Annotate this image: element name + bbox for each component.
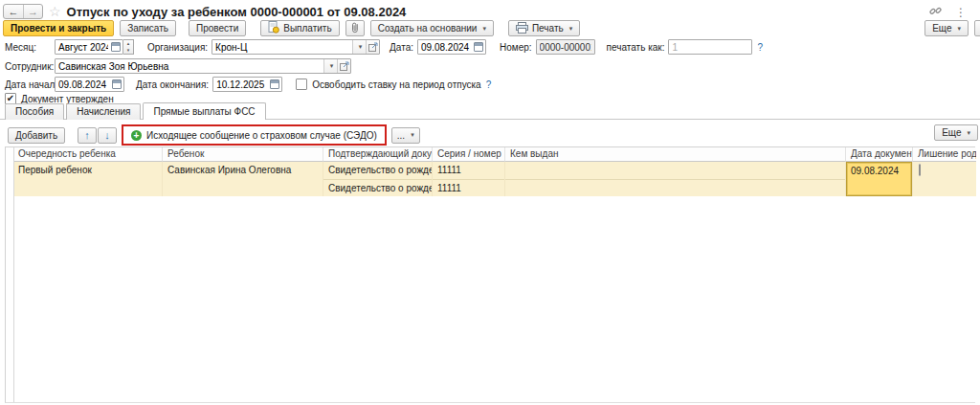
tab-nachisleniya[interactable]: Начисления — [66, 103, 141, 120]
post-button[interactable]: Провести — [189, 20, 246, 36]
sedo-ellipsis-button[interactable]: ... ▾ — [391, 127, 420, 144]
month-input[interactable] — [56, 42, 111, 53]
column-header-serial[interactable]: Серия / номер — [433, 147, 505, 162]
cell-doc-date[interactable]: 09.08.2024 — [846, 162, 913, 196]
month-field[interactable] — [55, 39, 123, 55]
command-bar: Провести и закрыть Записать Провести Вып… — [3, 20, 580, 36]
number-label: Номер: — [500, 42, 532, 53]
nav-history-group: ← → — [3, 4, 43, 19]
month-stepper[interactable]: ▴ ▾ — [123, 39, 134, 55]
form-row-employee: Сотрудник: ▾ — [5, 58, 351, 74]
cell-serial-2[interactable]: 11111 — [433, 179, 504, 197]
form-row-dates: Дата начала: Дата окончания: Освободить … — [5, 77, 491, 92]
form-more-button[interactable]: Еще ▾ — [924, 20, 969, 36]
date-field[interactable] — [417, 39, 486, 55]
end-date-input[interactable] — [213, 79, 270, 90]
open-link-icon[interactable] — [337, 59, 350, 73]
spinner-down-icon[interactable]: ▾ — [123, 47, 133, 54]
open-link-icon[interactable] — [366, 40, 379, 54]
cell-child[interactable]: Савинская Ирина Олеговна — [163, 162, 323, 196]
sedo-message-button[interactable]: + Исходящее сообщение о страховом случае… — [123, 126, 385, 144]
cell-issued-by-2[interactable] — [505, 179, 845, 197]
start-date-input[interactable] — [56, 79, 112, 90]
column-header-doc-date[interactable]: Дата документа — [846, 147, 913, 162]
cell-document-1[interactable]: Свидетельство о рождении — [323, 162, 432, 179]
titlebar: ← → ☆ Отпуск по уходу за ребенком 0000-0… — [3, 3, 406, 20]
date-input[interactable] — [418, 42, 474, 53]
pay-button[interactable]: Выплатить — [260, 20, 339, 36]
deprivation-checkbox[interactable] — [919, 164, 921, 176]
chevron-down-icon[interactable]: ▾ — [352, 40, 366, 54]
tab-strip: Пособия Начисления Прямые выплаты ФСС — [5, 102, 268, 120]
post-and-close-button[interactable]: Провести и закрыть — [3, 20, 114, 36]
print-as-help-link[interactable]: ? — [757, 42, 763, 53]
start-date-label: Дата начала: — [5, 79, 55, 90]
tab-pryamye-vyplaty-fss[interactable]: Прямые выплаты ФСС — [143, 102, 265, 120]
plus-icon: + — [131, 130, 142, 141]
spinner-up-icon[interactable]: ▴ — [123, 40, 133, 47]
cell-issued-by — [505, 162, 846, 196]
get-link-icon[interactable] — [929, 5, 942, 19]
number-field[interactable] — [536, 39, 595, 55]
employee-field[interactable]: ▾ — [55, 58, 351, 74]
printer-icon — [516, 22, 528, 35]
cell-serial-1[interactable]: 11111 — [433, 162, 504, 179]
print-as-input[interactable] — [669, 42, 751, 53]
calendar-icon[interactable] — [270, 79, 279, 89]
favorite-star-icon[interactable]: ☆ — [49, 4, 61, 19]
organization-label: Организация: — [147, 42, 208, 53]
forward-icon[interactable]: → — [23, 5, 42, 18]
chevron-down-icon[interactable]: ▾ — [323, 59, 337, 73]
window-more-icon[interactable]: ⋮ — [955, 6, 967, 19]
app-window: ← → ☆ Отпуск по уходу за ребенком 0000-0… — [0, 0, 980, 405]
chevron-down-icon: ▾ — [569, 25, 573, 33]
cell-deprivation[interactable] — [913, 162, 976, 196]
free-rate-label: Освободить ставку на период отпуска — [312, 79, 481, 90]
employee-label: Сотрудник: — [5, 61, 55, 72]
start-date-field[interactable] — [55, 77, 124, 92]
tab-posobiya[interactable]: Пособия — [5, 103, 64, 120]
page-title: Отпуск по уходу за ребенком 0000-000001 … — [67, 5, 407, 19]
column-header-document[interactable]: Подтверждающий документ — [323, 147, 433, 162]
employee-input[interactable] — [56, 61, 323, 72]
chevron-down-icon: ▾ — [957, 25, 961, 33]
cell-document-2[interactable]: Свидетельство о рождении — [323, 179, 432, 197]
help-button[interactable]: ? — [974, 20, 980, 36]
calendar-icon[interactable] — [474, 42, 483, 52]
organization-input[interactable] — [212, 42, 352, 53]
paperclip-icon — [349, 21, 360, 35]
cell-order[interactable]: Первый ребенок — [13, 162, 163, 196]
print-button[interactable]: Печать ▾ — [508, 20, 580, 36]
calendar-icon[interactable] — [111, 42, 121, 52]
table-more-button[interactable]: Еще ▾ — [934, 124, 978, 141]
cell-serial: 11111 11111 — [433, 162, 505, 196]
print-as-field[interactable] — [668, 39, 752, 55]
column-header-child[interactable]: Ребенок — [163, 147, 323, 162]
end-date-label: Дата окончания: — [136, 79, 209, 90]
children-table: Очередность ребенка Ребенок Подтверждающ… — [5, 146, 975, 403]
pay-icon — [268, 21, 279, 35]
highlight-rectangle: + Исходящее сообщение о страховом случае… — [122, 124, 387, 146]
move-up-button[interactable]: ↑ — [78, 127, 97, 144]
add-row-button[interactable]: Добавить — [8, 127, 65, 144]
arrow-up-icon: ↑ — [84, 129, 90, 141]
table-header: Очередность ребенка Ребенок Подтверждающ… — [13, 147, 975, 162]
attachments-button[interactable] — [345, 20, 365, 36]
column-header-order[interactable]: Очередность ребенка — [13, 147, 163, 162]
active-cell[interactable]: 09.08.2024 — [846, 162, 912, 196]
calendar-icon[interactable] — [112, 79, 122, 89]
number-input[interactable] — [537, 42, 594, 53]
cell-document: Свидетельство о рождении Свидетельство о… — [323, 162, 433, 196]
column-header-issued-by[interactable]: Кем выдан — [505, 147, 846, 162]
free-rate-help-link[interactable]: ? — [486, 79, 492, 90]
create-based-on-button[interactable]: Создать на основании ▾ — [370, 20, 494, 36]
column-header-deprivation[interactable]: Лишение род. прав — [913, 147, 976, 162]
save-button[interactable]: Записать — [120, 20, 176, 36]
chevron-down-icon: ▾ — [411, 131, 414, 139]
cell-issued-by-1[interactable] — [505, 162, 845, 179]
move-down-button[interactable]: ↓ — [98, 127, 117, 144]
back-icon[interactable]: ← — [4, 5, 23, 18]
free-rate-checkbox[interactable] — [296, 79, 307, 90]
organization-field[interactable]: ▾ — [212, 39, 380, 55]
end-date-field[interactable] — [212, 77, 282, 92]
